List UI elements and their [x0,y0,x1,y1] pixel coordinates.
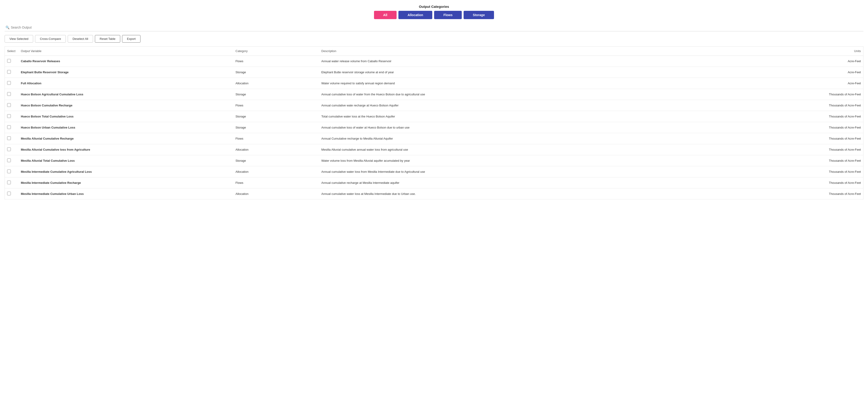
table-header-row: Select Output Variable Category Descript… [5,47,863,56]
row-checkbox[interactable] [7,70,11,74]
row-select-cell [5,177,19,188]
col-header-description: Description [319,47,817,56]
row-category: Storage [233,155,319,166]
row-select-cell [5,89,19,100]
table-row: Mesilla Intermediate Cumulative Agricult… [5,166,863,177]
view-selected-button[interactable]: View Selected [5,35,33,42]
export-button[interactable]: Export [122,35,141,42]
row-checkbox[interactable] [7,192,11,195]
row-units: Thousands of Acre-Feet [817,89,863,100]
table-row: Mesilla Alluvial Cumulative Recharge Flo… [5,133,863,144]
row-output-name: Hueco Bolson Cumulative Recharge [19,100,233,111]
row-select-cell [5,56,19,67]
row-output-name: Caballo Reservoir Releases [19,56,233,67]
row-description: Annual cumulative wate recharge at Hueco… [319,100,817,111]
toolbar: View Selected Cross-Compare Deselect All… [5,35,863,42]
row-category: Allocation [233,166,319,177]
row-output-name: Hueco Bolson Total Cumulative Loss [19,111,233,122]
row-units: Thousands of Acre-Feet [817,122,863,133]
row-units: Thousands of Acre-Feet [817,177,863,188]
deselect-all-button[interactable]: Deselect All [68,35,93,42]
reset-table-button[interactable]: Reset Table [95,35,120,42]
col-header-output-variable: Output Variable [19,47,233,56]
row-output-name: Full Allocation [19,78,233,89]
row-units: Thousands of Acre-Feet [817,155,863,166]
table-row: Elephant Butte Reservoir Storage Storage… [5,67,863,78]
row-output-name: Mesilla Alluvial Total Cumulative Loss [19,155,233,166]
row-select-cell [5,155,19,166]
row-category: Storage [233,89,319,100]
row-output-name: Elephant Butte Reservoir Storage [19,67,233,78]
row-units: Thousands of Acre-Feet [817,166,863,177]
row-description: Annual cumulative recharge at Mesilla In… [319,177,817,188]
row-checkbox[interactable] [7,147,11,151]
table-row: Hueco Bolson Agricultural Cumulative Los… [5,89,863,100]
row-checkbox[interactable] [7,170,11,173]
row-checkbox[interactable] [7,103,11,107]
table-row: Mesilla Alluvial Total Cumulative Loss S… [5,155,863,166]
table-row: Caballo Reservoir Releases Flows Annual … [5,56,863,67]
row-select-cell [5,188,19,200]
row-select-cell [5,133,19,144]
row-description: Water volume required to satisfy annual … [319,78,817,89]
row-category: Flows [233,133,319,144]
category-all-button[interactable]: All [374,11,397,19]
search-input[interactable] [11,26,863,29]
row-select-cell [5,78,19,89]
row-category: Flows [233,100,319,111]
row-units: Thousands of Acre-Feet [817,188,863,200]
col-header-category: Category [233,47,319,56]
category-allocation-button[interactable]: Allocation [398,11,433,19]
output-categories-title: Output Categories [5,5,863,8]
row-output-name: Hueco Bolson Agricultural Cumulative Los… [19,89,233,100]
row-select-cell [5,166,19,177]
table-row: Hueco Bolson Cumulative Recharge Flows A… [5,100,863,111]
row-checkbox[interactable] [7,137,11,140]
row-output-name: Mesilla Alluvial Cumulative Recharge [19,133,233,144]
row-checkbox[interactable] [7,92,11,96]
row-description: Annual cumulative water loss at Mesilla … [319,188,817,200]
row-select-cell [5,111,19,122]
row-output-name: Mesilla Intermediate Cumulative Agricult… [19,166,233,177]
table-row: Hueco Bolson Urban Cumulative Loss Stora… [5,122,863,133]
row-checkbox[interactable] [7,125,11,129]
output-categories-section: Output Categories All Allocation Flows S… [5,5,863,19]
row-units: Acre-Feet [817,67,863,78]
category-storage-button[interactable]: Storage [464,11,494,19]
search-icon: 🔍 [5,26,9,29]
row-units: Acre-Feet [817,56,863,67]
row-description: Annual cumulative loss of water from the… [319,89,817,100]
table-row: Full Allocation Allocation Water volume … [5,78,863,89]
row-description: Annual Cumulative recharge to Mesilla Al… [319,133,817,144]
row-category: Storage [233,122,319,133]
category-buttons-group: All Allocation Flows Storage [5,11,863,19]
table-row: Hueco Bolson Total Cumulative Loss Stora… [5,111,863,122]
row-description: Annual cumulative loss of water at Hueco… [319,122,817,133]
category-flows-button[interactable]: Flows [434,11,462,19]
row-checkbox[interactable] [7,181,11,184]
row-checkbox[interactable] [7,114,11,118]
row-category: Flows [233,177,319,188]
row-select-cell [5,144,19,155]
search-container: 🔍 [5,24,863,31]
row-units: Thousands of Acre-Feet [817,100,863,111]
row-category: Storage [233,67,319,78]
row-checkbox[interactable] [7,81,11,85]
row-units: Acre-Feet [817,78,863,89]
row-select-cell [5,122,19,133]
cross-compare-button[interactable]: Cross-Compare [35,35,66,42]
row-units: Thousands of Acre-Feet [817,144,863,155]
row-units: Thousands of Acre-Feet [817,133,863,144]
row-category: Allocation [233,188,319,200]
row-select-cell [5,100,19,111]
row-description: Water volume loss from Mesilla Alluvial … [319,155,817,166]
row-checkbox[interactable] [7,59,11,63]
row-checkbox[interactable] [7,158,11,162]
row-output-name: Mesilla Intermediate Cumulative Urban Lo… [19,188,233,200]
table-row: Mesilla Intermediate Cumulative Recharge… [5,177,863,188]
col-header-units: Units [817,47,863,56]
row-select-cell [5,67,19,78]
row-output-name: Mesilla Alluvial Cumulative loss from Ag… [19,144,233,155]
row-category: Flows [233,56,319,67]
row-units: Thousands of Acre-Feet [817,111,863,122]
